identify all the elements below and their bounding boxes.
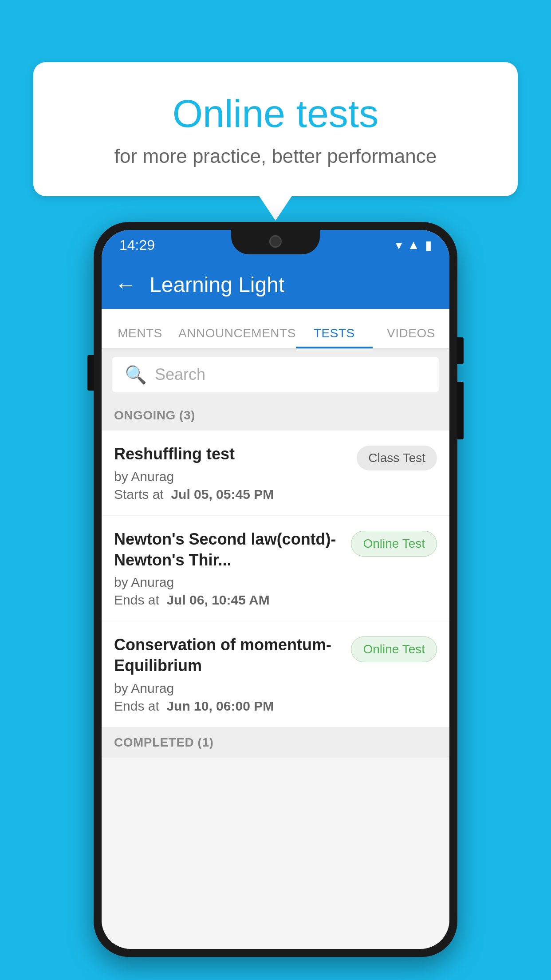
test-date-3: Ends at Jun 10, 06:00 PM <box>114 699 342 714</box>
test-name-2: Newton's Second law(contd)-Newton's Thir… <box>114 529 342 571</box>
test-badge-2: Online Test <box>351 531 437 557</box>
search-placeholder: Search <box>155 365 205 384</box>
wifi-icon: ▾ <box>396 238 402 253</box>
tab-bar: MENTS ANNOUNCEMENTS TESTS VIDEOS <box>102 309 449 349</box>
tab-videos[interactable]: VIDEOS <box>373 326 449 348</box>
status-time: 14:29 <box>119 237 155 253</box>
phone-frame: 14:29 ▾ ▲ ▮ ← Learning Light MENTS ANNOU… <box>94 222 457 957</box>
test-info-2: Newton's Second law(contd)-Newton's Thir… <box>114 529 351 608</box>
online-tests-title: Online tests <box>69 91 482 136</box>
phone-container: 14:29 ▾ ▲ ▮ ← Learning Light MENTS ANNOU… <box>94 222 457 957</box>
tab-announcements[interactable]: ANNOUNCEMENTS <box>178 326 296 348</box>
volume-down-button <box>457 382 464 439</box>
back-button[interactable]: ← <box>115 273 136 297</box>
online-tests-subtitle: for more practice, better performance <box>69 145 482 167</box>
test-item-2[interactable]: Newton's Second law(contd)-Newton's Thir… <box>102 516 449 622</box>
test-list: Reshuffling test by Anurag Starts at Jul… <box>102 431 449 727</box>
search-container: 🔍 Search <box>102 349 449 400</box>
test-name-1: Reshuffling test <box>114 444 348 465</box>
power-button <box>457 337 464 364</box>
test-author-1: by Anurag <box>114 469 348 484</box>
test-item-3[interactable]: Conservation of momentum-Equilibrium by … <box>102 621 449 727</box>
search-bar[interactable]: 🔍 Search <box>112 357 439 392</box>
status-icons: ▾ ▲ ▮ <box>396 238 432 253</box>
search-icon: 🔍 <box>125 364 147 385</box>
test-name-3: Conservation of momentum-Equilibrium <box>114 635 342 676</box>
test-date-2: Ends at Jul 06, 10:45 AM <box>114 593 342 608</box>
test-item-1[interactable]: Reshuffling test by Anurag Starts at Jul… <box>102 431 449 516</box>
test-info-3: Conservation of momentum-Equilibrium by … <box>114 635 351 714</box>
tab-tests[interactable]: TESTS <box>296 326 373 348</box>
test-author-3: by Anurag <box>114 681 342 696</box>
app-bar: ← Learning Light <box>102 260 449 309</box>
battery-icon: ▮ <box>425 238 432 253</box>
phone-camera <box>269 235 282 248</box>
test-badge-3: Online Test <box>351 636 437 662</box>
volume-button <box>87 355 94 391</box>
ongoing-section-label: ONGOING (3) <box>102 400 449 431</box>
phone-screen: 14:29 ▾ ▲ ▮ ← Learning Light MENTS ANNOU… <box>102 230 449 949</box>
completed-section-label: COMPLETED (1) <box>102 727 449 758</box>
test-info-1: Reshuffling test by Anurag Starts at Jul… <box>114 444 357 502</box>
test-badge-1: Class Test <box>357 446 437 470</box>
speech-bubble-container: Online tests for more practice, better p… <box>33 62 518 196</box>
test-date-1: Starts at Jul 05, 05:45 PM <box>114 487 348 502</box>
speech-bubble: Online tests for more practice, better p… <box>33 62 518 196</box>
app-title: Learning Light <box>150 273 284 297</box>
tab-ments[interactable]: MENTS <box>102 326 178 348</box>
test-author-2: by Anurag <box>114 575 342 590</box>
signal-icon: ▲ <box>407 238 420 252</box>
